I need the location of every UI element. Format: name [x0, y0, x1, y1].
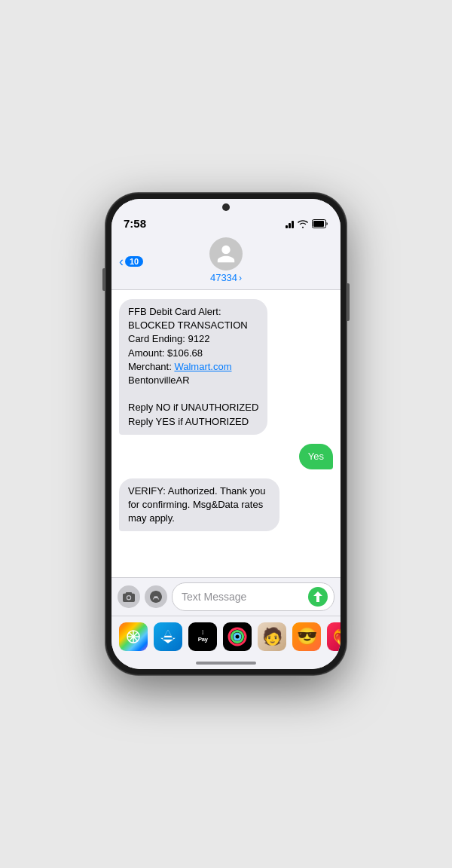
message-text-3: VERIFY: Authorized. Thank you for confir… — [128, 485, 266, 524]
input-bar: Text Message — [111, 577, 341, 616]
phone-screen: 7:58 — [111, 199, 341, 669]
home-indicator — [111, 659, 341, 669]
battery-icon — [312, 219, 328, 228]
message-text-1: FFB Debit Card Alert:BLOCKED TRANSACTION… — [128, 306, 258, 427]
photos-icon — [126, 629, 141, 644]
tray-applepay-app[interactable]: Pay — [188, 622, 217, 651]
back-badge: 10 — [125, 256, 143, 267]
contact-name[interactable]: 47334 › — [210, 272, 242, 283]
tray-memoji-app[interactable]: 🧑 — [258, 622, 286, 651]
camera-icon — [123, 592, 135, 602]
walmart-link[interactable]: Walmart.com — [174, 361, 231, 372]
status-bar: 7:58 — [111, 211, 341, 233]
send-button[interactable] — [308, 587, 328, 607]
message-bubble-incoming-2: VERIFY: Authorized. Thank you for confir… — [119, 478, 279, 532]
person-icon — [215, 243, 237, 264]
tray-activity-app[interactable] — [223, 622, 252, 651]
activity-icon — [227, 626, 248, 647]
contact-chevron: › — [239, 273, 242, 283]
applepay-label: Pay — [198, 630, 208, 643]
wifi-icon — [297, 219, 309, 228]
message-text-2: Yes — [308, 451, 324, 462]
messages-area: FFB Debit Card Alert:BLOCKED TRANSACTION… — [111, 290, 341, 577]
send-icon — [313, 591, 322, 602]
tray-animoji-app[interactable]: 😎 — [292, 622, 321, 651]
message-bubble-outgoing-1: Yes — [299, 444, 333, 469]
appstore-button[interactable] — [145, 585, 167, 608]
signal-icon — [286, 219, 294, 228]
appstore-icon — [150, 591, 162, 603]
status-time: 7:58 — [124, 217, 146, 230]
tray-appstore-app[interactable] — [154, 622, 182, 651]
home-bar — [196, 662, 256, 665]
camera-button[interactable] — [118, 585, 140, 608]
top-notch — [111, 199, 341, 211]
tray-photos-app[interactable] — [119, 622, 148, 651]
contact-number: 47334 — [210, 272, 237, 283]
message-input-placeholder[interactable]: Text Message — [182, 591, 305, 603]
tray-heart-app[interactable]: ❤️‍🔥 — [327, 622, 341, 651]
app-tray: Pay 🧑 😎 ❤️‍🔥 — [111, 616, 341, 659]
status-icons — [286, 219, 328, 228]
camera-dot — [222, 203, 230, 211]
nav-header: ‹ 10 47334 › — [111, 233, 341, 290]
app-store-icon — [160, 628, 176, 645]
back-button[interactable]: ‹ 10 — [119, 255, 143, 268]
contact-avatar — [209, 237, 243, 270]
message-bubble-incoming-1: FFB Debit Card Alert:BLOCKED TRANSACTION… — [119, 299, 267, 435]
phone-frame: 7:58 — [105, 193, 347, 675]
message-input-wrapper[interactable]: Text Message — [172, 582, 334, 611]
back-chevron-icon: ‹ — [119, 255, 124, 268]
svg-rect-1 — [313, 221, 324, 227]
svg-point-9 — [234, 634, 240, 640]
